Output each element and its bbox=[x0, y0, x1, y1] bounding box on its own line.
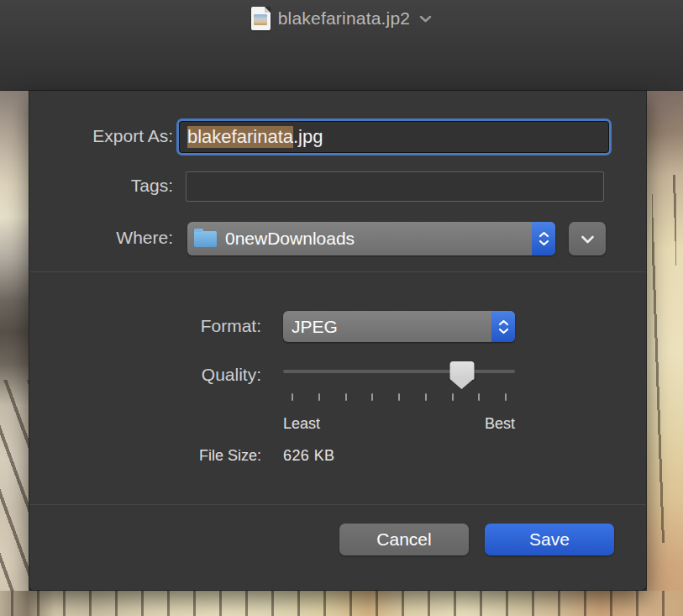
quality-slider-track[interactable] bbox=[283, 370, 515, 373]
background-artwork-bottom bbox=[0, 591, 683, 616]
export-filename-field[interactable]: blakefarinata.jpg bbox=[180, 122, 608, 152]
tags-label: Tags: bbox=[29, 176, 173, 196]
selected-filename-text: blakefarinata bbox=[187, 126, 293, 148]
export-sheet: Export As: blakefarinata.jpg Tags: Where… bbox=[29, 91, 647, 591]
expand-sheet-button[interactable] bbox=[569, 222, 606, 255]
quality-tick bbox=[371, 393, 373, 401]
background-artwork-left bbox=[0, 91, 29, 616]
window-titlebar: blakefarinata.jp2 bbox=[0, 0, 683, 91]
quality-tick bbox=[345, 393, 347, 401]
quality-tick bbox=[505, 393, 507, 401]
quality-ticks bbox=[292, 393, 507, 401]
quality-tick bbox=[425, 393, 427, 401]
format-label: Format: bbox=[29, 316, 261, 336]
format-popup[interactable]: JPEG bbox=[283, 311, 515, 342]
popup-stepper-icon bbox=[491, 311, 515, 342]
screen: blakefarinata.jp2 Export As: blakefarina… bbox=[0, 0, 683, 616]
folder-icon bbox=[194, 231, 217, 247]
quality-tick bbox=[292, 393, 293, 401]
document-thumbnail bbox=[254, 14, 267, 25]
format-popup-value: JPEG bbox=[283, 317, 491, 337]
quality-least-label: Least bbox=[283, 415, 320, 433]
quality-range-labels: Least Best bbox=[283, 415, 515, 433]
quality-label: Quality: bbox=[29, 365, 261, 385]
save-button[interactable]: Save bbox=[485, 524, 614, 555]
popup-stepper-icon bbox=[532, 222, 555, 255]
export-as-label: Export As: bbox=[29, 126, 173, 146]
quality-slider-thumb[interactable] bbox=[449, 361, 474, 380]
where-popup[interactable]: 0newDownloads bbox=[187, 222, 555, 255]
where-label: Where: bbox=[29, 228, 173, 248]
separator bbox=[29, 504, 646, 505]
quality-tick bbox=[318, 393, 320, 401]
file-size-label: File Size: bbox=[29, 447, 261, 465]
background-artwork-right bbox=[647, 91, 683, 616]
quality-tick bbox=[452, 393, 454, 401]
where-popup-value: 0newDownloads bbox=[217, 229, 532, 249]
title-chevron-down-icon[interactable] bbox=[419, 14, 432, 23]
separator bbox=[29, 271, 646, 272]
quality-tick bbox=[398, 393, 400, 401]
file-size-value: 626 KB bbox=[283, 447, 334, 465]
cancel-button[interactable]: Cancel bbox=[339, 524, 469, 555]
document-proxy-icon[interactable] bbox=[251, 7, 271, 30]
title-row[interactable]: blakefarinata.jp2 bbox=[0, 0, 683, 30]
filename-extension-text: .jpg bbox=[293, 126, 323, 148]
quality-slider[interactable] bbox=[283, 361, 515, 400]
quality-best-label: Best bbox=[485, 415, 515, 433]
quality-tick bbox=[478, 393, 480, 401]
tags-input[interactable] bbox=[186, 171, 604, 202]
window-title: blakefarinata.jp2 bbox=[278, 8, 411, 29]
